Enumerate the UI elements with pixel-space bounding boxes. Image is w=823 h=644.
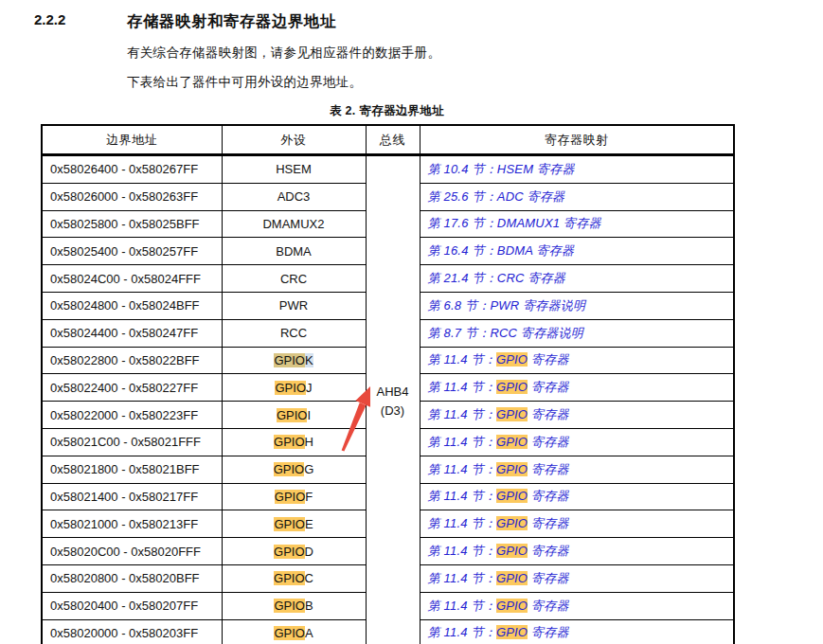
peripheral-cell: RCC bbox=[222, 319, 366, 347]
register-map-link[interactable]: 第 10.4 节：HSEM 寄存器 bbox=[428, 162, 575, 176]
link-highlight: GPIO bbox=[496, 516, 528, 530]
peripheral-highlight: GPIO bbox=[274, 517, 305, 531]
register-map-link[interactable]: 第 6.8 节：PWR 寄存器说明 bbox=[428, 298, 586, 313]
register-map-link[interactable]: 第 11.4 节：GPIO 寄存器 bbox=[428, 489, 569, 503]
peripheral-label: C bbox=[305, 571, 313, 585]
register-map-link[interactable]: 第 11.4 节：GPIO 寄存器 bbox=[428, 625, 569, 639]
register-map-cell: 第 11.4 节：GPIO 寄存器 bbox=[420, 402, 734, 429]
register-map-cell: 第 11.4 节：GPIO 寄存器 bbox=[420, 347, 734, 374]
paragraph-table-intro: 下表给出了器件中可用外设的边界地址。 bbox=[127, 74, 362, 91]
register-boundary-table: 边界地址 外设 总线 寄存器映射 0x58026400 - 0x580267FF… bbox=[41, 124, 735, 644]
register-map-cell: 第 11.4 节：GPIO 寄存器 bbox=[420, 592, 734, 619]
register-map-link[interactable]: 第 11.4 节：GPIO 寄存器 bbox=[428, 407, 569, 421]
boundary-address-cell: 0x58021800 - 0x58021BFF bbox=[42, 456, 222, 483]
register-map-cell: 第 11.4 节：GPIO 寄存器 bbox=[420, 564, 734, 592]
peripheral-highlight: GPIO bbox=[277, 408, 308, 422]
boundary-address-cell: 0x58024400 - 0x580247FF bbox=[42, 319, 222, 347]
peripheral-label: BDMA bbox=[276, 244, 312, 259]
bus-domain: (D3) bbox=[367, 402, 419, 420]
peripheral-label: I bbox=[307, 408, 311, 422]
register-map-link[interactable]: 第 11.4 节：GPIO 寄存器 bbox=[428, 352, 569, 367]
link-highlight: GPIO bbox=[496, 380, 528, 394]
peripheral-cell: GPIOI bbox=[222, 402, 366, 429]
register-map-link[interactable]: 第 11.4 节：GPIO 寄存器 bbox=[428, 516, 569, 530]
boundary-address-cell: 0x58020400 - 0x580207FF bbox=[42, 592, 222, 619]
peripheral-cell: GPIOK bbox=[222, 347, 366, 374]
table-caption: 表 2. 寄存器边界地址 bbox=[41, 103, 733, 119]
register-map-link[interactable]: 第 11.4 节：GPIO 寄存器 bbox=[428, 462, 569, 476]
header-bus: 总线 bbox=[366, 125, 420, 155]
peripheral-label: E bbox=[305, 517, 313, 531]
section-heading: 2.2.2 存储器映射和寄存器边界地址 bbox=[34, 11, 336, 32]
register-map-cell: 第 21.4 节：CRC 寄存器 bbox=[420, 265, 734, 293]
register-map-cell: 第 17.6 节：DMAMUX1 寄存器 bbox=[420, 210, 734, 238]
table-header-row: 边界地址 外设 总线 寄存器映射 bbox=[42, 125, 734, 155]
boundary-address-cell: 0x58020800 - 0x58020BFF bbox=[42, 564, 222, 592]
peripheral-cell: GPIOB bbox=[222, 592, 366, 619]
register-map-cell: 第 11.4 节：GPIO 寄存器 bbox=[420, 510, 734, 538]
register-map-cell: 第 11.4 节：GPIO 寄存器 bbox=[420, 456, 734, 483]
register-map-link[interactable]: 第 11.4 节：GPIO 寄存器 bbox=[428, 599, 569, 613]
peripheral-label: RCC bbox=[280, 326, 307, 340]
register-map-link[interactable]: 第 8.7 节：RCC 寄存器说明 bbox=[428, 326, 583, 340]
register-map-link[interactable]: 第 21.4 节：CRC 寄存器 bbox=[428, 271, 566, 285]
peripheral-highlight: GPIO bbox=[274, 571, 305, 585]
link-highlight: GPIO bbox=[496, 625, 528, 639]
peripheral-label: B bbox=[305, 599, 313, 613]
peripheral-label: H bbox=[305, 435, 313, 449]
peripheral-cell: GPIOJ bbox=[222, 374, 366, 402]
register-map-link[interactable]: 第 25.6 节：ADC 寄存器 bbox=[428, 189, 565, 204]
register-map-link[interactable]: 第 17.6 节：DMAMUX1 寄存器 bbox=[428, 216, 601, 230]
peripheral-cell: GPIOE bbox=[222, 510, 366, 538]
register-map-cell: 第 11.4 节：GPIO 寄存器 bbox=[420, 538, 734, 565]
link-highlight: GPIO bbox=[496, 571, 528, 585]
peripheral-cell: GPIOG bbox=[222, 456, 366, 483]
peripheral-label: K bbox=[305, 353, 313, 367]
link-highlight: GPIO bbox=[496, 435, 528, 449]
register-map-link[interactable]: 第 11.4 节：GPIO 寄存器 bbox=[428, 435, 569, 449]
peripheral-highlight: GPIO bbox=[274, 599, 305, 613]
register-map-link[interactable]: 第 11.4 节：GPIO 寄存器 bbox=[428, 571, 569, 585]
peripheral-label: ADC3 bbox=[277, 189, 311, 204]
table-row: 0x58026400 - 0x580267FF HSEM AHB4(D3)第 1… bbox=[42, 155, 734, 184]
boundary-address-cell: 0x58020C00 - 0x58020FFF bbox=[42, 538, 222, 565]
peripheral-cell: CRC bbox=[222, 265, 366, 293]
register-map-link[interactable]: 第 16.4 节：BDMA 寄存器 bbox=[428, 243, 575, 258]
section-number: 2.2.2 bbox=[34, 11, 127, 32]
peripheral-cell: HSEM bbox=[222, 155, 366, 184]
peripheral-cell: PWR bbox=[222, 292, 366, 319]
link-highlight: GPIO bbox=[496, 352, 528, 367]
peripheral-highlight: GPIO bbox=[274, 545, 305, 559]
header-boundary-address: 边界地址 bbox=[42, 125, 222, 155]
register-map-cell: 第 6.8 节：PWR 寄存器说明 bbox=[420, 292, 734, 319]
peripheral-label: F bbox=[305, 490, 313, 504]
header-peripheral: 外设 bbox=[222, 125, 366, 155]
peripheral-highlight: GPIO bbox=[274, 462, 305, 476]
peripheral-cell: GPIOA bbox=[222, 619, 366, 644]
peripheral-highlight: GPIO bbox=[274, 353, 305, 367]
register-map-cell: 第 11.4 节：GPIO 寄存器 bbox=[420, 619, 734, 644]
boundary-address-cell: 0x58022000 - 0x580223FF bbox=[42, 402, 222, 429]
peripheral-cell: DMAMUX2 bbox=[222, 210, 366, 238]
register-map-link[interactable]: 第 11.4 节：GPIO 寄存器 bbox=[428, 380, 569, 394]
boundary-address-cell: 0x58026000 - 0x580263FF bbox=[42, 183, 222, 210]
peripheral-label: HSEM bbox=[276, 162, 312, 176]
register-map-cell: 第 16.4 节：BDMA 寄存器 bbox=[420, 238, 734, 265]
peripheral-label: G bbox=[304, 462, 313, 476]
section-title: 存储器映射和寄存器边界地址 bbox=[127, 11, 336, 32]
boundary-address-cell: 0x58022800 - 0x58022BFF bbox=[42, 347, 222, 374]
bus-cell: AHB4(D3) bbox=[366, 155, 420, 644]
register-map-link[interactable]: 第 11.4 节：GPIO 寄存器 bbox=[428, 544, 569, 558]
boundary-address-cell: 0x58026400 - 0x580267FF bbox=[42, 155, 222, 184]
peripheral-cell: ADC3 bbox=[222, 183, 366, 210]
link-highlight: GPIO bbox=[496, 599, 528, 613]
boundary-address-cell: 0x58021400 - 0x580217FF bbox=[42, 483, 222, 510]
boundary-address-cell: 0x58024C00 - 0x58024FFF bbox=[42, 265, 222, 293]
peripheral-label: DMAMUX2 bbox=[262, 217, 324, 231]
link-highlight: GPIO bbox=[496, 544, 528, 558]
peripheral-highlight: GPIO bbox=[275, 490, 306, 504]
boundary-address-cell: 0x58021C00 - 0x58021FFF bbox=[42, 428, 222, 456]
register-map-cell: 第 11.4 节：GPIO 寄存器 bbox=[420, 483, 734, 510]
peripheral-cell: BDMA bbox=[222, 238, 366, 265]
peripheral-cell: GPIOC bbox=[222, 564, 366, 592]
